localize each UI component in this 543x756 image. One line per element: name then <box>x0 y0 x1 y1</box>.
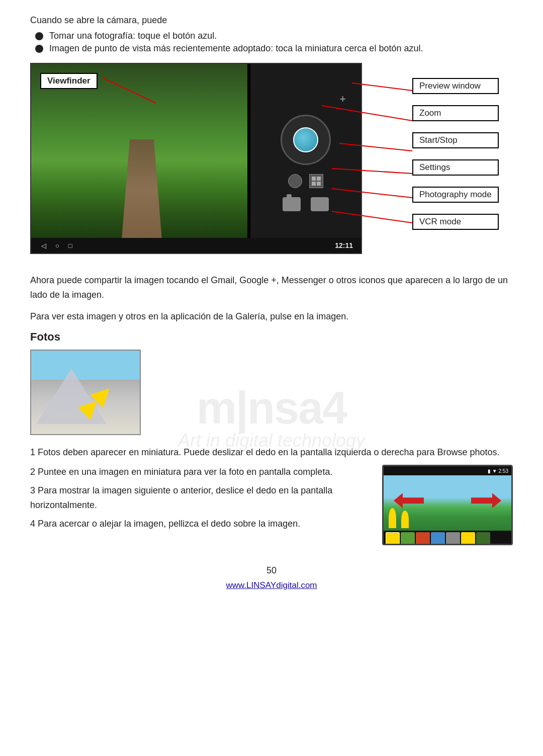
thumb-1 <box>386 532 400 545</box>
label-zoom: Zoom <box>412 105 499 121</box>
label-settings: Settings <box>412 159 499 176</box>
label-start-stop: Start/Stop <box>412 132 499 148</box>
bullet-text-1: Tomar una fotografía: toque el botón azu… <box>49 31 217 41</box>
zoom-plus-icon: + <box>339 93 346 106</box>
page-number: 50 <box>30 565 513 576</box>
label-photography-mode: Photography mode <box>412 187 499 203</box>
para-1: 1 Fotos deben aparecer en miniatura. Pue… <box>30 445 513 460</box>
phone-main-area <box>384 475 511 531</box>
sunflower-2 <box>401 511 409 528</box>
forest-background <box>31 64 247 240</box>
sunflower-1 <box>389 508 396 528</box>
status-recent: □ <box>68 242 72 249</box>
shutter-button-outer <box>281 115 331 165</box>
page-content: Cuando se abre la cámara, puede Tomar un… <box>0 0 543 621</box>
bottom-icons <box>283 197 329 211</box>
para-4: 4 Para acercar o alejar la imagen, pelli… <box>30 517 367 531</box>
phone-screen: ▮ ▼ 2:53 ◁ ○ □ <box>382 465 513 545</box>
thumb-3 <box>416 532 430 545</box>
camera-screen: Viewfinder + <box>30 63 362 254</box>
controls-row <box>288 174 323 188</box>
bullet-dot-2 <box>35 45 43 53</box>
status-time: 12:11 <box>335 241 353 249</box>
thumb-5 <box>446 532 460 545</box>
phone-thumb-strip <box>384 531 511 545</box>
phone-status-icons: ▮ ▼ 2:53 <box>488 468 508 474</box>
label-vcr-mode: VCR mode <box>412 214 499 230</box>
status-bar: ◁ ○ □ 12:11 <box>31 238 362 253</box>
bullet-text-2: Imagen de punto de vista más recientemen… <box>49 43 423 54</box>
footer-url[interactable]: www.LINSAYdigital.com <box>226 580 317 590</box>
bottom-text-block: 2 Puntee en una imagen en miniatura para… <box>30 465 367 535</box>
status-left: ◁ ○ □ <box>41 242 72 249</box>
page-footer: 50 www.LINSAYdigital.com <box>30 565 513 591</box>
intro-text: Cuando se abre la cámara, puede <box>30 15 513 26</box>
phone-top-bar: ▮ ▼ 2:53 <box>384 466 511 475</box>
fotos-heading: Fotos <box>30 330 513 344</box>
diagram-labels: Preview window Zoom Start/Stop Settings … <box>412 78 499 230</box>
bullet-list: Tomar una fotografía: toque el botón azu… <box>30 31 513 54</box>
camera-icon <box>283 197 301 211</box>
mode-icon-grid <box>309 174 323 188</box>
viewfinder-label: Viewfinder <box>40 73 98 89</box>
shutter-button-inner <box>293 127 318 152</box>
bullet-item-2: Imagen de punto de vista más recientemen… <box>35 43 513 54</box>
camera-diagram-wrapper: Viewfinder + <box>30 63 513 264</box>
mode-icon-circle <box>288 174 302 188</box>
camera-controls-panel: + <box>250 64 361 240</box>
camera-image: Viewfinder + <box>30 63 362 254</box>
para-3: 3 Para mostrar la imagen siguiente o ant… <box>30 483 367 513</box>
thumb-4 <box>431 532 445 545</box>
thumb-7 <box>476 532 490 545</box>
photo-thumbnail <box>30 350 141 435</box>
bullet-dot-1 <box>35 32 43 40</box>
status-home: ○ <box>55 242 59 249</box>
thumb-2 <box>401 532 415 545</box>
video-icon <box>311 197 329 211</box>
status-back: ◁ <box>41 242 46 249</box>
fotos-section: Fotos <box>30 330 513 435</box>
after-diagram-text-1: Ahora puede compartir la imagen tocando … <box>30 273 513 302</box>
para-2: 2 Puntee en una imagen en miniatura para… <box>30 465 367 479</box>
bullet-item-1: Tomar una fotografía: toque el botón azu… <box>35 31 513 41</box>
after-diagram-text-2: Para ver esta imagen y otros en la aplic… <box>30 309 513 324</box>
bottom-section: 2 Puntee en una imagen en miniatura para… <box>30 465 513 545</box>
label-preview-window: Preview window <box>412 78 499 94</box>
thumb-6 <box>461 532 475 545</box>
forest-path <box>122 139 162 240</box>
